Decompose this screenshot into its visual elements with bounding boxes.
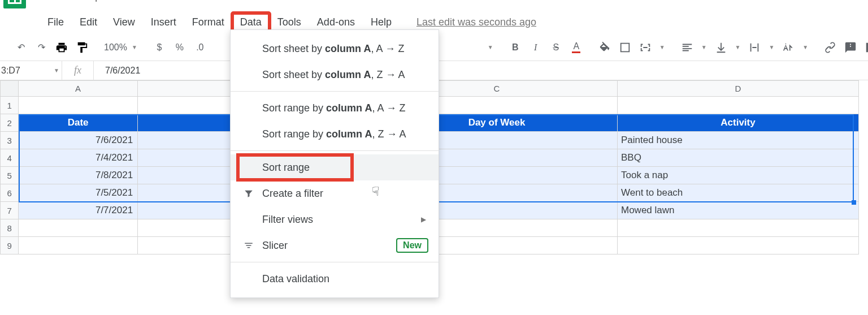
zoom-select[interactable]: 100% ▼ <box>104 42 137 53</box>
last-edit-link[interactable]: Last edit was seconds ago <box>416 16 536 28</box>
cell[interactable] <box>19 237 138 254</box>
cell[interactable]: Mowed lawn <box>618 202 859 219</box>
merge-icon <box>639 41 652 54</box>
menu-create-filter[interactable]: Create a filter <box>231 180 439 206</box>
cell[interactable] <box>618 237 859 254</box>
italic-button[interactable]: I <box>530 40 542 55</box>
col-header-d[interactable]: D <box>618 81 859 97</box>
row-header[interactable]: 4 <box>1 149 19 167</box>
document-title[interactable]: Untitled spreadsheet <box>43 0 157 2</box>
menu-insert[interactable]: Insert <box>143 13 184 32</box>
v-align-button[interactable] <box>715 40 727 55</box>
insert-link-button[interactable] <box>824 40 836 55</box>
name-box[interactable]: 3:D7 ▼ <box>0 61 62 80</box>
text-color-button[interactable]: A <box>570 40 583 55</box>
format-percent-button[interactable]: % <box>173 40 186 55</box>
cell[interactable]: Went to beach <box>618 184 859 202</box>
menu-item-label: Sort sheet by column A, A → Z <box>262 43 404 55</box>
link-icon <box>824 41 836 54</box>
cell[interactable]: BBQ <box>618 149 859 167</box>
col-header-a[interactable]: A <box>19 81 138 97</box>
bold-button[interactable]: B <box>509 40 522 55</box>
cell-header-activity[interactable]: Activity <box>618 114 859 132</box>
paint-roller-icon <box>76 41 88 54</box>
cell[interactable]: Took a nap <box>618 167 859 184</box>
zoom-value: 100% <box>104 42 127 53</box>
menu-view[interactable]: View <box>105 13 143 32</box>
row-header[interactable]: 8 <box>1 219 19 237</box>
cell[interactable]: 7/6/2021 <box>19 132 138 149</box>
chevron-down-icon[interactable]: ▼ <box>488 44 493 50</box>
borders-button[interactable] <box>619 40 631 55</box>
menu-help[interactable]: Help <box>363 13 400 32</box>
text-wrap-button[interactable] <box>748 40 761 55</box>
menu-addons[interactable]: Add-ons <box>309 13 363 32</box>
menu-sort-sheet-za[interactable]: Sort sheet by column A, Z → A <box>231 62 439 88</box>
cell-header-date[interactable]: Date <box>19 114 138 132</box>
merge-cells-button[interactable] <box>639 40 652 55</box>
menu-filter-views[interactable]: Filter views ▶ <box>231 206 439 232</box>
cell[interactable]: Painted house <box>618 132 859 149</box>
print-button[interactable] <box>55 40 68 55</box>
menu-file[interactable]: File <box>40 13 72 32</box>
selection-handle[interactable] <box>852 200 856 205</box>
formula-input[interactable]: 7/6/2021 <box>94 66 868 76</box>
chevron-down-icon[interactable]: ▼ <box>701 44 707 50</box>
h-align-button[interactable] <box>681 40 693 55</box>
menu-format[interactable]: Format <box>184 13 232 32</box>
menu-separator <box>231 262 439 262</box>
insert-chart-button[interactable] <box>865 40 868 55</box>
menu-slicer[interactable]: Slicer New <box>231 232 439 258</box>
fill-color-button[interactable] <box>598 40 611 55</box>
format-currency-button[interactable]: $ <box>153 40 166 55</box>
chevron-down-icon[interactable]: ▼ <box>769 44 774 50</box>
undo-button[interactable]: ↶ <box>15 40 27 55</box>
menu-item-label: Slicer <box>262 240 288 252</box>
strikethrough-button[interactable]: S <box>550 40 562 55</box>
menu-edit[interactable]: Edit <box>72 13 105 32</box>
cell[interactable]: 7/5/2021 <box>19 184 138 202</box>
menu-sort-sheet-az[interactable]: Sort sheet by column A, A → Z <box>231 36 439 62</box>
cell[interactable] <box>618 97 859 114</box>
print-icon <box>55 41 68 54</box>
paint-bucket-icon <box>598 41 611 54</box>
comment-icon <box>844 41 857 54</box>
new-badge: New <box>396 238 428 253</box>
rotation-icon <box>782 41 795 54</box>
menu-separator <box>231 150 439 151</box>
chevron-down-icon: ▼ <box>132 44 137 50</box>
cell[interactable] <box>618 219 859 237</box>
row-header[interactable]: 5 <box>1 167 19 184</box>
menu-sort-range[interactable]: Sort range <box>231 154 439 180</box>
cell[interactable] <box>19 97 138 114</box>
row-header[interactable]: 1 <box>1 97 19 114</box>
sheets-logo-grid-icon <box>8 0 21 4</box>
row-header[interactable]: 3 <box>1 132 19 149</box>
row-header[interactable]: 2 <box>1 114 19 132</box>
format-decimals-button[interactable]: .0 <box>194 40 206 55</box>
chevron-down-icon[interactable]: ▼ <box>735 44 741 50</box>
text-rotation-button[interactable] <box>782 40 795 55</box>
select-all-corner[interactable] <box>1 81 19 97</box>
sheets-logo[interactable] <box>3 0 26 8</box>
menu-tools[interactable]: Tools <box>270 13 309 32</box>
insert-comment-button[interactable] <box>844 40 857 55</box>
menu-data[interactable]: Data <box>232 13 270 32</box>
row-header[interactable]: 6 <box>1 184 19 202</box>
chevron-down-icon[interactable]: ▼ <box>802 44 808 50</box>
chevron-down-icon[interactable]: ▼ <box>659 44 665 50</box>
menu-sort-range-az[interactable]: Sort range by column A, A → Z <box>231 95 439 121</box>
row-header[interactable]: 7 <box>1 202 19 219</box>
menu-item-label: Filter views <box>262 214 313 226</box>
cell[interactable]: 7/8/2021 <box>19 167 138 184</box>
redo-button[interactable]: ↷ <box>35 40 47 55</box>
paint-format-button[interactable] <box>76 40 88 55</box>
cell[interactable]: 7/7/2021 <box>19 202 138 219</box>
cell[interactable] <box>19 219 138 237</box>
menu-data-validation[interactable]: Data validation <box>231 266 439 292</box>
slicer-icon <box>243 240 254 251</box>
row-header[interactable]: 9 <box>1 237 19 254</box>
menu-sort-range-za[interactable]: Sort range by column A, Z → A <box>231 121 439 147</box>
chevron-down-icon: ▼ <box>54 67 59 74</box>
cell[interactable]: 7/4/2021 <box>19 149 138 167</box>
